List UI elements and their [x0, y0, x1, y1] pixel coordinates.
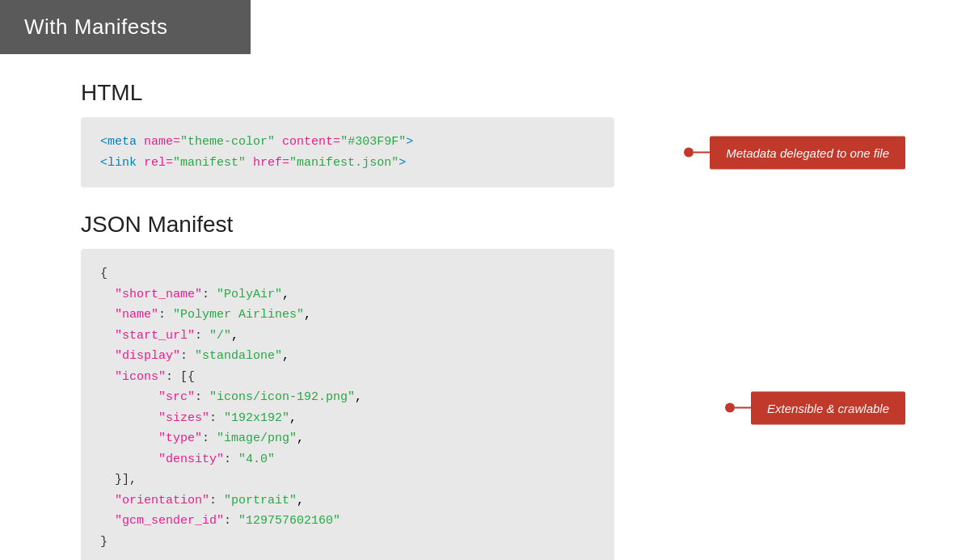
- html-annotation-box: Metadata delegated to one file: [710, 136, 905, 169]
- header-bar: With Manifests: [0, 0, 251, 54]
- json-code-block: { "short_name": "PolyAir", "name": "Poly…: [81, 249, 614, 560]
- page-title: With Manifests: [24, 15, 226, 40]
- json-line-1: {: [100, 263, 595, 284]
- html-code-wrapper: <meta name="theme-color" content="#303F9…: [81, 117, 614, 187]
- annotation-line-html: [694, 152, 710, 154]
- json-line-8: "sizes": "192x192",: [100, 408, 595, 429]
- annotation-line-json: [735, 407, 751, 409]
- html-section: HTML <meta name="theme-color" content="#…: [81, 80, 913, 187]
- annotation-dot-html: [684, 148, 694, 158]
- json-line-3: "name": "Polymer Airlines",: [100, 305, 595, 326]
- html-annotation: Metadata delegated to one file: [684, 136, 905, 169]
- html-code-block: <meta name="theme-color" content="#303F9…: [81, 117, 614, 187]
- json-code-wrapper: { "short_name": "PolyAir", "name": "Poly…: [81, 249, 614, 560]
- json-line-11: }],: [100, 469, 595, 491]
- json-section: JSON Manifest { "short_name": "PolyAir",…: [81, 212, 913, 560]
- json-line-13: "gcm_sender_id": "129757602160": [100, 511, 595, 532]
- json-annotation: Extensible & crawlable: [725, 391, 905, 424]
- json-annotation-box: Extensible & crawlable: [751, 391, 905, 424]
- json-line-7: "src": "icons/icon-192.png",: [100, 387, 595, 408]
- html-section-title: HTML: [81, 80, 913, 106]
- json-line-14: }: [100, 532, 595, 553]
- json-section-title: JSON Manifest: [81, 212, 913, 238]
- json-line-10: "density": "4.0": [100, 449, 595, 470]
- annotation-dot-json: [725, 403, 735, 413]
- json-line-6: "icons": [{: [100, 367, 595, 388]
- json-line-4: "start_url": "/",: [100, 326, 595, 347]
- json-line-2: "short_name": "PolyAir",: [100, 284, 595, 305]
- html-line-2: <link rel="manifest" href="manifest.json…: [100, 153, 595, 174]
- main-content: HTML <meta name="theme-color" content="#…: [0, 54, 970, 560]
- json-line-9: "type": "image/png",: [100, 428, 595, 449]
- html-line-1: <meta name="theme-color" content="#303F9…: [100, 132, 595, 153]
- json-line-5: "display": "standalone",: [100, 346, 595, 367]
- json-line-12: "orientation": "portrait",: [100, 491, 595, 512]
